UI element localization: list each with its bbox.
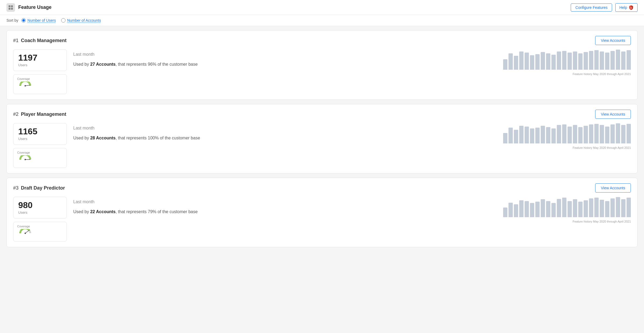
chart-bar <box>573 125 577 143</box>
sort-by-users-option[interactable]: Number of Users <box>21 18 56 23</box>
chart-column: Feature history May 2020 through April 2… <box>503 197 631 223</box>
chart-bar <box>530 128 534 143</box>
accounts-count-text: 28 Accounts <box>90 136 116 140</box>
chart-bar <box>530 203 534 217</box>
chart-bar <box>557 51 561 70</box>
feature-card-1: #1 Coach Management View Accounts 1197 U… <box>6 30 638 100</box>
feature-title: #2 Player Management <box>13 112 66 117</box>
chart-bar <box>519 51 524 70</box>
gauge-wrapper: Coverage <box>17 77 33 91</box>
app-icon <box>6 3 15 12</box>
chart-bar <box>503 59 507 70</box>
chart-bar <box>568 53 572 70</box>
users-label: Users <box>18 210 62 214</box>
chart-bar <box>584 126 588 143</box>
sort-accounts-radio[interactable] <box>61 18 65 23</box>
accounts-count-text: 22 Accounts <box>90 209 116 214</box>
coverage-label: Coverage <box>17 77 33 80</box>
chart-bar <box>541 126 545 143</box>
gauge-wrapper: Coverage <box>17 225 33 239</box>
chart-bar <box>557 125 561 143</box>
card-body: 1165 Users Coverage <box>13 123 631 168</box>
chart-bar <box>514 56 518 70</box>
shield-icon: S <box>629 5 634 10</box>
view-accounts-button[interactable]: View Accounts <box>595 110 631 119</box>
configure-features-button[interactable]: Configure Features <box>571 3 612 12</box>
bar-chart <box>503 197 631 218</box>
chart-bar <box>578 127 583 143</box>
svg-rect-2 <box>9 8 10 10</box>
coverage-box: Coverage <box>13 222 67 242</box>
chart-bar <box>562 198 566 217</box>
chart-bar <box>610 198 615 217</box>
chart-bar <box>605 127 609 143</box>
chart-bar <box>514 130 518 143</box>
feature-rank: #2 <box>13 112 19 117</box>
sort-by-accounts-option[interactable]: Number of Accounts <box>61 18 101 23</box>
help-button[interactable]: Help S <box>615 3 638 12</box>
chart-bar <box>605 53 609 70</box>
chart-bar <box>621 51 625 70</box>
chart-bar <box>600 200 604 217</box>
chart-bar <box>535 128 540 143</box>
chart-bar <box>546 53 550 70</box>
chart-bar <box>621 125 625 143</box>
feature-card-2: #2 Player Management View Accounts 1165 … <box>6 104 638 173</box>
chart-bar <box>616 50 620 70</box>
chart-bar <box>557 199 561 217</box>
chart-bar <box>514 204 518 217</box>
last-month-text: Last month <box>73 199 497 204</box>
chart-bar <box>541 52 545 70</box>
chart-bar <box>621 199 625 217</box>
chart-bar <box>589 51 593 70</box>
chart-bar <box>546 201 550 217</box>
chart-bar <box>594 124 599 143</box>
chart-bar <box>551 55 556 70</box>
gauge-container <box>17 155 33 165</box>
chart-bar <box>508 53 513 70</box>
view-accounts-button[interactable]: View Accounts <box>595 36 631 45</box>
info-column: Last month Used by 28 Accounts, that rep… <box>73 123 497 141</box>
feature-name: Player Management <box>21 112 66 117</box>
feature-title: #1 Coach Management <box>13 38 67 43</box>
card-body: 1197 Users Coverage <box>13 49 631 94</box>
chart-bar <box>525 127 529 143</box>
card-header: #3 Draft Day Predictor View Accounts <box>13 183 631 193</box>
features-list: #1 Coach Management View Accounts 1197 U… <box>0 26 644 251</box>
chart-bar <box>584 200 588 217</box>
chart-bar <box>508 128 513 143</box>
chart-bar <box>573 199 577 217</box>
chart-column: Feature history May 2020 through April 2… <box>503 49 631 76</box>
sort-radio-group: Number of Users Number of Accounts <box>21 18 101 23</box>
stats-column: 980 Users Coverage <box>13 197 67 242</box>
sort-users-radio[interactable] <box>21 18 26 23</box>
gauge-container <box>17 82 33 91</box>
svg-point-10 <box>25 233 26 234</box>
coverage-label: Coverage <box>17 151 33 154</box>
chart-bar <box>503 208 507 217</box>
chart-bar <box>568 127 572 143</box>
chart-bar <box>530 55 534 70</box>
chart-bar <box>600 51 604 70</box>
svg-point-6 <box>25 85 26 87</box>
chart-bar <box>573 51 577 70</box>
coverage-text: Used by 28 Accounts, that represents 100… <box>73 135 497 141</box>
chart-bar <box>568 201 572 217</box>
users-stat-box: 980 Users <box>13 197 67 219</box>
users-stat-box: 1165 Users <box>13 123 67 145</box>
stats-column: 1197 Users Coverage <box>13 49 67 94</box>
svg-line-9 <box>25 230 29 233</box>
chart-bar <box>503 133 507 143</box>
coverage-text: Used by 22 Accounts, that represents 79%… <box>73 209 497 215</box>
info-column: Last month Used by 22 Accounts, that rep… <box>73 197 497 215</box>
view-accounts-button[interactable]: View Accounts <box>595 183 631 193</box>
chart-bar <box>562 124 566 143</box>
feature-rank: #3 <box>13 185 19 191</box>
chart-bar <box>584 52 588 70</box>
users-stat-box: 1197 Users <box>13 49 67 71</box>
sort-accounts-label: Number of Accounts <box>67 18 101 23</box>
svg-rect-1 <box>11 5 13 7</box>
gauge-svg <box>17 155 33 165</box>
chart-bar <box>610 51 615 70</box>
chart-bar <box>535 202 540 217</box>
